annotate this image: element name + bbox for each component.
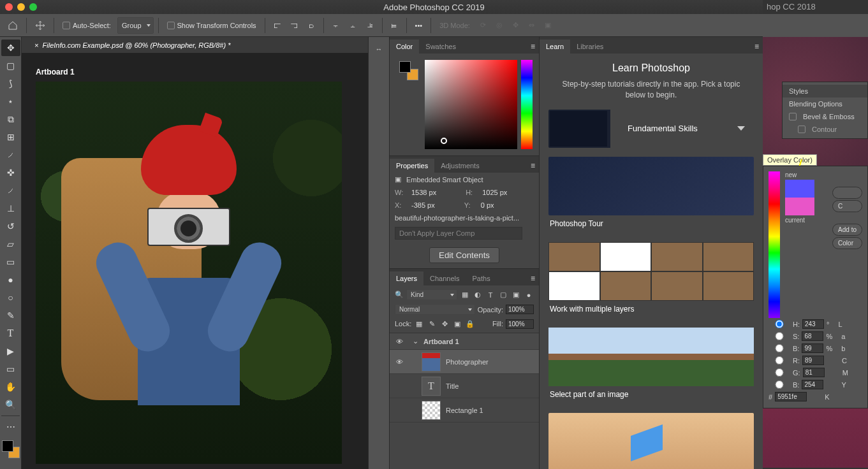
lasso-tool[interactable]: ⟆ xyxy=(1,75,20,92)
eraser-tool[interactable]: ▱ xyxy=(1,236,20,252)
filter-smart-icon[interactable]: ▣ xyxy=(511,290,521,300)
align-middle-icon[interactable]: ⫠ xyxy=(346,17,360,34)
auto-select-checkbox[interactable]: Auto-Select: xyxy=(59,17,115,34)
move-tool[interactable]: ✥ xyxy=(1,40,20,56)
edit-contents-button[interactable]: Edit Contents xyxy=(429,247,499,263)
blending-options[interactable]: Blending Options xyxy=(783,97,867,110)
hue-slider[interactable] xyxy=(769,171,780,318)
learn-hero-card[interactable]: Fundamental Skills xyxy=(548,110,754,148)
document-tab[interactable]: × FileInfo.com Example.psd @ 60% (Photog… xyxy=(22,37,368,54)
b-input[interactable] xyxy=(802,343,823,353)
hex-input[interactable] xyxy=(775,392,807,401)
h-input[interactable] xyxy=(802,319,824,329)
add-to-swatches-button[interactable]: Add to xyxy=(832,224,862,236)
property-y[interactable]: 0 px xyxy=(481,201,494,209)
blend-mode-dropdown[interactable]: Normal xyxy=(395,304,475,315)
tab-layers[interactable]: Layers xyxy=(390,271,423,285)
contour-option[interactable]: Contour xyxy=(783,123,867,136)
path-selection-tool[interactable]: ▶ xyxy=(1,343,20,359)
lock-image-icon[interactable]: ✎ xyxy=(427,319,437,329)
magic-wand-tool[interactable]: ⋆ xyxy=(1,93,20,110)
align-bottom-icon[interactable]: ⫡ xyxy=(363,17,378,34)
blur-tool[interactable]: ● xyxy=(1,271,20,288)
filter-text-icon[interactable]: T xyxy=(485,290,496,300)
pen-tool[interactable]: ✎ xyxy=(1,307,20,324)
tab-channels[interactable]: Channels xyxy=(423,271,466,285)
layer-comp-dropdown[interactable]: Don't Apply Layer Comp xyxy=(395,227,522,240)
r-input[interactable] xyxy=(802,356,824,365)
quick-mask-tool[interactable]: ▣ xyxy=(1,463,20,469)
distribute-icon[interactable]: ⫢ xyxy=(387,17,402,34)
layer-rectangle[interactable]: Rectangle 1 xyxy=(390,398,539,422)
close-window-icon[interactable] xyxy=(5,3,13,11)
align-top-icon[interactable]: ⫟ xyxy=(328,17,343,34)
dodge-tool[interactable]: ○ xyxy=(1,289,20,306)
color-field[interactable] xyxy=(425,60,517,149)
align-left-icon[interactable]: ⫍ xyxy=(270,17,284,34)
layer-filter-dropdown[interactable]: Kind xyxy=(406,289,457,300)
fill-input[interactable]: 100% xyxy=(506,319,534,329)
lock-transparency-icon[interactable]: ▦ xyxy=(414,319,424,329)
panel-menu-icon[interactable]: ≡ xyxy=(531,161,535,170)
artboard[interactable] xyxy=(36,82,342,464)
tab-properties[interactable]: Properties xyxy=(390,159,434,173)
s-input[interactable] xyxy=(802,331,823,341)
opacity-input[interactable]: 100% xyxy=(506,305,534,314)
tab-color[interactable]: Color xyxy=(390,40,419,54)
lock-artboard-icon[interactable]: ▣ xyxy=(452,319,462,329)
ok-button[interactable] xyxy=(832,187,862,199)
foreground-color[interactable] xyxy=(2,440,13,452)
frame-tool[interactable]: ⊞ xyxy=(1,129,20,145)
more-options-icon[interactable]: ••• xyxy=(411,17,427,34)
rectangle-tool[interactable]: ▭ xyxy=(1,361,20,377)
brush-tool[interactable]: ⟋ xyxy=(1,182,20,199)
maximize-window-icon[interactable] xyxy=(29,3,37,11)
filter-image-icon[interactable]: ▦ xyxy=(460,290,470,300)
color-libraries-button[interactable]: Color xyxy=(832,237,862,249)
property-x[interactable]: -385 px xyxy=(411,201,435,209)
auto-select-dropdown[interactable]: Group xyxy=(117,17,154,34)
marquee-tool[interactable]: ▢ xyxy=(1,57,20,74)
filter-shape-icon[interactable]: ▢ xyxy=(498,290,508,300)
history-icon[interactable]: ↔ xyxy=(370,41,388,57)
property-height[interactable]: 1025 px xyxy=(482,189,507,196)
edit-toolbar[interactable]: ⋯ xyxy=(1,419,20,435)
bevel-emboss-option[interactable]: Bevel & Emboss xyxy=(783,110,867,123)
lock-all-icon[interactable]: 🔒 xyxy=(465,319,475,329)
styles-tab[interactable]: Styles xyxy=(783,85,867,97)
tutorial-card[interactable]: Select part of an image xyxy=(548,328,754,403)
crop-tool[interactable]: ⧉ xyxy=(1,111,20,127)
canvas[interactable]: Artboard 1 xyxy=(22,54,368,469)
b2-input[interactable] xyxy=(802,380,823,389)
minimize-window-icon[interactable] xyxy=(17,3,25,11)
layer-title[interactable]: T Title xyxy=(390,374,539,398)
s-radio[interactable] xyxy=(769,332,790,340)
history-brush-tool[interactable]: ↺ xyxy=(1,218,20,234)
tab-paths[interactable]: Paths xyxy=(466,271,497,285)
eyedropper-tool[interactable]: ⟋ xyxy=(1,147,20,163)
panel-menu-icon[interactable]: ≡ xyxy=(531,274,535,283)
gradient-tool[interactable]: ▭ xyxy=(1,254,20,270)
layer-photographer[interactable]: 👁 Photographer xyxy=(390,350,539,374)
g-input[interactable] xyxy=(803,368,825,377)
tutorial-card[interactable] xyxy=(548,413,754,469)
hand-tool[interactable]: ✋ xyxy=(1,379,20,395)
move-tool-indicator[interactable] xyxy=(31,17,49,34)
panel-menu-icon[interactable]: ≡ xyxy=(531,42,535,51)
zoom-tool[interactable]: 🔍 xyxy=(1,396,20,413)
g-radio[interactable] xyxy=(769,368,790,377)
visibility-icon[interactable]: 👁 xyxy=(394,338,405,345)
layer-artboard[interactable]: 👁 ⌄ Artboard 1 xyxy=(390,333,539,350)
property-width[interactable]: 1538 px xyxy=(411,189,436,196)
tab-learn[interactable]: Learn xyxy=(540,40,570,54)
tab-swatches[interactable]: Swatches xyxy=(419,40,462,54)
align-right-icon[interactable]: ⫐ xyxy=(304,17,319,34)
color-panel-swatches[interactable] xyxy=(399,61,418,80)
color-swatches[interactable] xyxy=(2,440,20,458)
tutorial-card[interactable]: Photoshop Tour xyxy=(548,157,754,232)
align-center-h-icon[interactable]: ⫎ xyxy=(287,17,302,34)
show-transform-checkbox[interactable]: Show Transform Controls xyxy=(163,17,260,34)
filter-adjust-icon[interactable]: ◐ xyxy=(473,290,483,300)
panel-menu-icon[interactable]: ≡ xyxy=(754,42,759,51)
stamp-tool[interactable]: ⊥ xyxy=(1,200,20,217)
